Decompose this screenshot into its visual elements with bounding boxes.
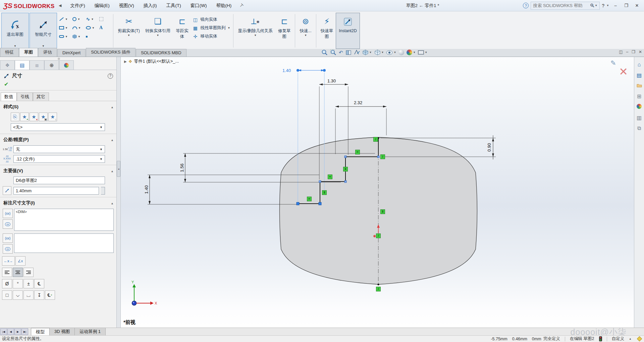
displaymanager-tab[interactable] <box>59 60 74 70</box>
horizontal-text-button[interactable]: ←x→ <box>2 256 15 266</box>
note-oval-button-2[interactable]: xx <box>3 244 13 254</box>
file-explorer-icon[interactable] <box>637 83 642 89</box>
convert-entities-button[interactable]: ❏ 转换实体引用 ▼ <box>143 13 173 49</box>
dimxpertmanager-tab[interactable]: ⊕ <box>44 60 59 70</box>
menu-help[interactable]: 帮助(H) <box>211 1 236 10</box>
diameter-symbol-button[interactable]: Ø <box>2 279 12 288</box>
ellipse-tool[interactable]: ▼ <box>85 23 98 32</box>
previous-view-button[interactable]: ↶ <box>339 50 343 56</box>
square-symbol-button[interactable]: □ <box>2 290 12 300</box>
panel-collapse-dot[interactable] <box>58 58 60 60</box>
precision-dropdown[interactable]: .12 (文件) ▼ <box>13 155 105 163</box>
splitter-handle[interactable]: ◂ <box>117 161 120 177</box>
cancel-sketch-icon[interactable]: ✕ <box>619 66 628 77</box>
tab-addins[interactable]: SOLIDWORKS 插件 <box>86 48 136 57</box>
tab-dimxpert[interactable]: DimXpert <box>57 49 86 57</box>
motion-study-tab[interactable]: 运动算例 1 <box>75 328 106 335</box>
countersink-symbol-button[interactable]: ⌵ <box>13 290 23 300</box>
smart-dimension-button[interactable]: 智能尺寸 ▼ <box>30 13 57 49</box>
dimension-name-input[interactable] <box>13 177 105 184</box>
view-settings-button[interactable]: ▼ <box>418 50 427 55</box>
circle-tool[interactable]: ▼ <box>71 15 85 23</box>
instant2d-button[interactable]: Instant2D <box>336 13 360 49</box>
design-library-icon[interactable]: ▤ <box>637 72 642 78</box>
tag-icon[interactable] <box>637 336 642 342</box>
exit-sketch-button[interactable]: 退出草图 ▼ <box>1 13 29 49</box>
dimension-value[interactable]: 2.32 <box>354 100 362 105</box>
tolerance-section-header[interactable]: 公差/精度(P) ▴ <box>0 134 116 144</box>
minimize-button[interactable]: – <box>611 2 620 9</box>
apply-scene-caret-icon[interactable]: ▼ <box>413 51 416 54</box>
menu-insert[interactable]: 插入(I) <box>139 1 162 10</box>
help-caret-icon[interactable]: ▼ <box>606 4 609 7</box>
doc-close-button[interactable]: ✕ <box>639 50 642 54</box>
pattern-tool[interactable] <box>98 15 111 23</box>
panel-help-icon[interactable]: ? <box>108 73 113 79</box>
load-style-button[interactable]: ★↓ <box>48 113 57 121</box>
prev-tab-icon[interactable]: ◀ <box>7 328 14 335</box>
primary-value-section-header[interactable]: 主要值(V) ▴ <box>0 165 116 175</box>
configurationmanager-tab[interactable]: ⧈ <box>30 60 44 70</box>
move-entities-button[interactable]: ✢ 移动实体 <box>191 33 231 40</box>
zoom-area-button[interactable] <box>330 49 336 56</box>
justify-right-button[interactable] <box>23 268 34 277</box>
collapse-chevron-icon[interactable]: ▴ <box>111 169 113 173</box>
help-menu-button[interactable]: ? <box>602 3 604 8</box>
angle-text-button[interactable]: ∠x <box>15 256 25 266</box>
forum-icon[interactable]: ⧉ <box>637 125 641 131</box>
close-button[interactable]: ✕ <box>633 2 641 9</box>
quick-snaps-caret-icon[interactable]: ▼ <box>304 34 307 37</box>
view-settings-caret-icon[interactable]: ▼ <box>425 51 427 54</box>
trim-entities-button[interactable]: ✂ 剪裁实体(T) ▼ <box>115 13 143 49</box>
tab-features[interactable]: 特征 <box>0 48 19 57</box>
save-style-button[interactable]: ★▣ <box>39 113 48 121</box>
ok-check-icon[interactable]: ✔ <box>0 80 116 90</box>
style-section-header[interactable]: 样式(S) ▴ <box>0 101 116 111</box>
centerline-symbol-button[interactable]: ℄ <box>34 279 44 288</box>
next-tab-icon[interactable]: ▶ <box>14 328 21 335</box>
collapse-chevron-icon[interactable]: ▴ <box>111 105 113 109</box>
search-icon[interactable]: 🔍︎ <box>590 3 595 8</box>
zoom-fit-button[interactable] <box>321 49 328 56</box>
menu-tools[interactable]: 工具(T) <box>161 1 185 10</box>
tree-item-label[interactable]: 零件1 (默认<<默认>_... <box>134 58 179 64</box>
tab-evaluate[interactable]: 评估 <box>38 48 57 57</box>
dimension-value-selected[interactable]: 1.40 <box>282 68 291 73</box>
subtab-leaders[interactable]: 引线 <box>17 92 33 101</box>
dimension-text-input[interactable]: <DIM> <box>14 209 114 231</box>
degree-symbol-button[interactable]: ° <box>13 279 23 288</box>
dimension-value[interactable]: 1.40 <box>144 185 149 194</box>
subtab-other[interactable]: 其它 <box>33 92 49 101</box>
display-relations-button[interactable]: ⟂◉ 显示/删除几何关系 ▼ <box>235 13 275 49</box>
polygon-tool[interactable]: ▼ <box>71 32 85 41</box>
more-symbols-button[interactable]: ℄+ <box>45 290 55 300</box>
search-box[interactable]: 🔍︎ ▼ <box>531 2 600 10</box>
menu-flyout-icon[interactable]: ◀ <box>59 3 61 8</box>
delete-style-button[interactable]: ★x <box>30 113 38 121</box>
apply-default-style-button[interactable]: ⎘ <box>11 113 19 121</box>
display-style-button[interactable]: ▼ <box>374 49 384 56</box>
view-orientation-caret-icon[interactable]: ▼ <box>369 51 372 54</box>
sketch-canvas[interactable]: 1.30 2.32 1.56 <box>121 57 634 328</box>
note-oval-button[interactable]: xx <box>3 219 13 229</box>
tab-mbd[interactable]: SOLIDWORKS MBD <box>136 49 186 57</box>
appearances-icon[interactable] <box>637 104 642 110</box>
featuremanager-tab[interactable]: ❖ <box>0 60 15 70</box>
search-caret-icon[interactable]: ▼ <box>595 4 597 7</box>
model-tab[interactable]: 模型 <box>31 328 50 335</box>
counterbore-symbol-button[interactable]: ⌴ <box>23 290 34 300</box>
dimension-text-input-2[interactable] <box>14 233 114 253</box>
tolerance-dropdown[interactable]: 无 ▼ <box>13 145 105 153</box>
repair-sketch-button[interactable]: ⊏ 修复草 图 <box>275 13 293 49</box>
style-dropdown[interactable]: <无> ▼ <box>11 123 105 131</box>
collapse-chevron-icon[interactable]: ▴ <box>111 138 113 142</box>
display-style-caret-icon[interactable]: ▼ <box>381 51 384 54</box>
custom-properties-icon[interactable]: ▥ <box>637 115 642 121</box>
3d-views-tab[interactable]: 3D 视图 <box>50 328 75 335</box>
depth-symbol-button[interactable]: ↧ <box>34 290 44 300</box>
dimension-140-top-selected[interactable] <box>297 69 326 72</box>
pane-split-icon[interactable]: ◫ <box>619 50 623 54</box>
first-tab-icon[interactable]: |◀ <box>0 328 7 335</box>
breadcrumb[interactable]: ▶ ❖ 零件1 (默认<<默认>_... <box>124 58 179 64</box>
doc-restore-button[interactable]: ❐ <box>632 50 635 54</box>
